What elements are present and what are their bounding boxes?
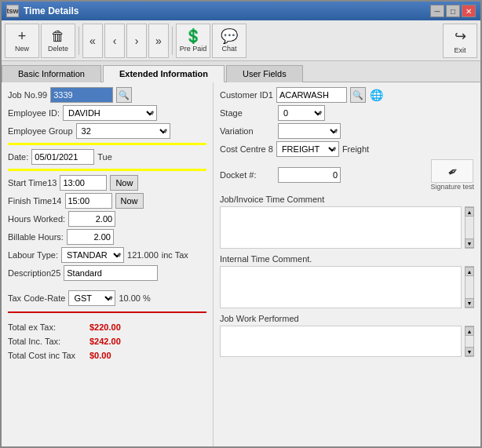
docket-row: Docket #: ✒ Signature test [220, 159, 474, 191]
total-ex-tax-label: Total ex Tax: [8, 322, 86, 332]
job-no-row: Job No.99 🔍 [8, 87, 206, 103]
chat-button[interactable]: 💬 Chat [212, 24, 246, 58]
customer-id-globe-button[interactable]: 🌐 [369, 87, 385, 103]
labour-type-row: Labour Type: STANDAR 121.000 inc Tax [8, 247, 206, 263]
job-work-scrollbar[interactable]: ▲ ▼ [465, 326, 474, 357]
cost-centre-select[interactable]: FREIGHT [276, 141, 339, 157]
job-work-scroll-down-arrow[interactable]: ▼ [465, 347, 474, 356]
total-cost-row: Total Cost inc Tax $0.00 [8, 348, 206, 362]
job-comment-label: Job/Invoice Time Comment [220, 195, 324, 204]
labour-type-select[interactable]: STANDAR [61, 247, 124, 263]
exit-label: Exit [454, 46, 466, 54]
tab-basic[interactable]: Basic Information [2, 65, 101, 82]
internal-comment-scrollbar[interactable]: ▲ ▼ [465, 266, 474, 308]
maximize-button[interactable]: □ [446, 5, 460, 17]
tax-code-select[interactable]: GST [68, 290, 115, 306]
new-icon: + [18, 29, 27, 43]
total-cost-value: $0.00 [89, 351, 111, 360]
scroll-up-arrow[interactable]: ▲ [465, 207, 474, 217]
cost-centre-row: Cost Centre 8 FREIGHT Freight [220, 141, 474, 157]
first-button[interactable]: « [82, 24, 103, 58]
internal-scroll-down-arrow[interactable]: ▼ [465, 298, 474, 308]
last-icon: » [155, 35, 162, 46]
finish-time-label: Finish Time14 [8, 196, 62, 206]
finish-time-input[interactable] [65, 193, 112, 209]
description-row: Description25 [8, 265, 206, 281]
employee-group-label: Employee Group [8, 126, 73, 136]
prepaid-button[interactable]: 💲 Pre Paid [176, 24, 210, 58]
variation-wrapper [278, 123, 341, 139]
internal-scroll-up-arrow[interactable]: ▲ [465, 267, 474, 276]
start-time-now-button[interactable]: Now [110, 175, 138, 191]
job-no-input[interactable] [50, 87, 113, 103]
job-work-textarea[interactable] [220, 326, 462, 357]
new-button[interactable]: + New [5, 24, 39, 58]
signature-area[interactable]: ✒ Signature test [430, 159, 474, 191]
customer-id-input[interactable] [276, 87, 347, 103]
tax-code-wrapper: GST [68, 290, 115, 306]
tab-user-fields[interactable]: User Fields [226, 65, 303, 82]
job-comment-scrollbar[interactable]: ▲ ▼ [465, 206, 474, 249]
content-area: Job No.99 🔍 Employee ID: DAVIDH Employee… [2, 82, 480, 446]
main-window: tsw Time Details ─ □ ✕ + New 🗑 Delete « … [0, 0, 482, 448]
new-label: New [15, 45, 29, 53]
inc-tax-label: inc Tax [162, 250, 188, 260]
next-button[interactable]: › [126, 24, 147, 58]
minimize-button[interactable]: ─ [430, 5, 444, 17]
tabs-row: Basic Information Extended Information U… [2, 61, 480, 82]
title-bar-left: tsw Time Details [6, 5, 79, 17]
hours-worked-label: Hours Worked: [8, 214, 65, 224]
job-comment-textarea[interactable] [220, 206, 462, 249]
date-input[interactable] [31, 149, 94, 165]
first-icon: « [89, 35, 96, 46]
right-panel: Customer ID1 🔍 🌐 Stage 0 Variation [214, 82, 480, 446]
labour-type-label: Labour Type: [8, 250, 58, 260]
stage-select[interactable]: 0 [278, 105, 325, 121]
pen-icon: ✒ [444, 162, 461, 180]
last-button[interactable]: » [148, 24, 169, 58]
tax-code-row: Tax Code-Rate GST 10.00 % [8, 290, 206, 306]
finish-time-now-button[interactable]: Now [115, 193, 144, 209]
description-input[interactable] [64, 265, 158, 281]
prepaid-icon: 💲 [184, 29, 202, 43]
job-work-label-row: Job Work Performed [220, 314, 474, 323]
employee-id-label: Employee ID: [8, 108, 60, 118]
job-work-area [220, 326, 462, 357]
tab-extended[interactable]: Extended Information [103, 65, 225, 82]
job-work-row: ▲ ▼ [220, 326, 474, 442]
prev-button[interactable]: ‹ [104, 24, 125, 58]
job-comment-row: ▲ ▼ [220, 206, 474, 249]
yellow-divider [8, 143, 206, 145]
hours-worked-input[interactable] [68, 211, 115, 227]
billable-hours-input[interactable] [67, 229, 114, 245]
customer-id-search-button[interactable]: 🔍 [350, 87, 366, 103]
job-no-label: Job No.99 [8, 90, 47, 100]
employee-group-select[interactable]: 32 [76, 123, 170, 139]
yellow-divider-2 [8, 169, 206, 171]
employee-group-row: Employee Group 32 [8, 123, 206, 139]
scroll-down-arrow[interactable]: ▼ [465, 239, 474, 248]
hours-worked-row: Hours Worked: [8, 211, 206, 227]
labour-type-wrapper: STANDAR [61, 247, 124, 263]
stage-row: Stage 0 [220, 105, 474, 121]
docket-input[interactable] [278, 167, 341, 183]
close-button[interactable]: ✕ [462, 5, 476, 17]
employee-id-select[interactable]: DAVIDH [63, 105, 157, 121]
total-ex-tax-row: Total ex Tax: $220.00 [8, 320, 206, 334]
internal-comment-label: Internal Time Comment. [220, 254, 312, 264]
stage-wrapper: 0 [278, 105, 325, 121]
internal-comment-area [220, 266, 462, 308]
chat-label: Chat [221, 45, 236, 53]
job-work-scroll-up-arrow[interactable]: ▲ [465, 326, 474, 336]
variation-select[interactable] [278, 123, 341, 139]
start-time-input[interactable] [60, 175, 107, 191]
delete-button[interactable]: 🗑 Delete [41, 24, 75, 58]
exit-icon: ↪ [455, 27, 466, 45]
exit-button[interactable]: ↪ Exit [443, 24, 477, 58]
internal-comment-label-row: Internal Time Comment. [220, 254, 474, 264]
internal-comment-textarea[interactable] [220, 266, 462, 308]
job-no-search-button[interactable]: 🔍 [116, 87, 132, 103]
job-comment-label-row: Job/Invoice Time Comment [220, 195, 474, 204]
date-day: Tue [97, 152, 112, 162]
tax-rate: 10.00 % [119, 293, 150, 303]
